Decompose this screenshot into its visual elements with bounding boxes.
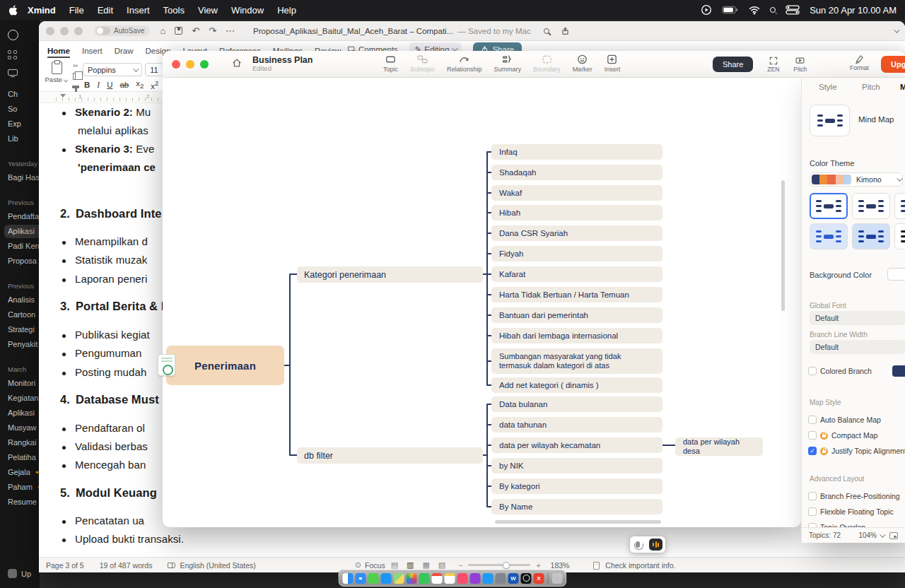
option-compact-map[interactable]: Compact Map	[808, 430, 877, 441]
settings-dock-icon[interactable]	[496, 573, 506, 584]
checkbox-icon[interactable]	[808, 492, 817, 500]
branch-node[interactable]: Kategori penerimaan	[297, 266, 483, 283]
undo-icon[interactable]: ↶	[192, 25, 199, 36]
search-icon[interactable]	[544, 28, 549, 34]
page-indicator[interactable]: Page 3 of 5	[46, 561, 84, 570]
sidebar-bottom-item[interactable]: Up	[8, 569, 31, 578]
chat-history-item[interactable]: Aplikasi	[8, 224, 40, 239]
proofing-icon[interactable]	[168, 563, 175, 568]
chat-history-item[interactable]: Kegiatan	[8, 391, 40, 406]
upgrade-button[interactable]: Upgrade	[881, 56, 905, 73]
option-flexible-floating-topic[interactable]: Flexible Floating Topic	[808, 506, 894, 517]
insert-tool[interactable]: Insert	[605, 53, 621, 73]
zoom-button[interactable]	[200, 60, 209, 69]
focus-button[interactable]: ⊙ Focus	[355, 560, 385, 570]
save-icon[interactable]	[175, 27, 182, 35]
calendar-dock-icon[interactable]	[432, 573, 443, 584]
strikethrough-button[interactable]: ab	[119, 81, 129, 89]
checkbox-icon[interactable]	[808, 367, 817, 375]
branch-color-swatch[interactable]	[892, 365, 905, 377]
panel-tab-pitch[interactable]: Pitch	[862, 83, 880, 91]
marker-tool[interactable]: Marker	[573, 53, 592, 73]
sidebar-nav-item[interactable]: Exp	[8, 117, 40, 131]
home-icon[interactable]	[231, 57, 243, 71]
menu-bar-clock[interactable]: Sun 20 Apr 10.00 AM	[810, 5, 897, 16]
important-notice[interactable]: Check important info.	[593, 561, 675, 570]
wifi-icon[interactable]	[749, 6, 760, 15]
word-dock-icon[interactable]: W	[508, 573, 519, 584]
relationship-tool[interactable]: Relationship	[447, 53, 482, 73]
tab-home[interactable]: Home	[47, 47, 70, 58]
topic-node[interactable]: data per wilayah desa	[675, 437, 763, 456]
dictation-widget[interactable]	[630, 536, 665, 553]
bold-button[interactable]: B	[84, 81, 90, 89]
spotlight-icon[interactable]	[770, 7, 776, 13]
mindmap-canvas[interactable]: PenerimaanKategori penerimaandb filterIn…	[163, 78, 801, 527]
vertical-scrollbar[interactable]	[781, 180, 785, 311]
minimize-button[interactable]	[60, 27, 69, 35]
finder-dock-icon[interactable]	[343, 573, 354, 584]
app-menu[interactable]: Xmind	[28, 5, 56, 16]
chat-history-item[interactable]: Cartoon	[8, 307, 40, 322]
maps-dock-icon[interactable]	[394, 573, 404, 584]
menu-edit[interactable]: Edit	[98, 5, 113, 16]
appstore-dock-icon[interactable]	[483, 573, 494, 584]
view-print-layout-icon[interactable]: ▥	[407, 560, 414, 570]
ribbon-collapse-icon[interactable]	[894, 27, 899, 33]
branch-node[interactable]: db filter	[297, 447, 483, 464]
redo-icon[interactable]: ↷	[209, 25, 216, 36]
topic-node[interactable]: Kafarat	[491, 266, 662, 282]
tab-insert[interactable]: Insert	[82, 47, 103, 58]
chat-history-item[interactable]: Rangkai	[8, 435, 40, 450]
chat-history-item[interactable]: Resume	[8, 495, 40, 510]
topic-node[interactable]: By Name	[491, 499, 662, 514]
underline-button[interactable]: U	[107, 81, 112, 89]
chat-history-item[interactable]: Musyaw	[8, 421, 40, 435]
theme-thumbnail[interactable]	[852, 223, 890, 249]
mail-dock-icon[interactable]	[381, 573, 392, 584]
chat-history-item[interactable]: Paham 🔸	[8, 480, 40, 495]
theme-thumbnail[interactable]	[894, 223, 905, 249]
view-web-layout-icon[interactable]: ▦	[422, 560, 429, 570]
zoom-slider[interactable]	[468, 564, 530, 566]
playback-icon[interactable]	[701, 4, 712, 16]
messages-dock-icon[interactable]	[368, 573, 379, 584]
checkbox-icon[interactable]	[808, 416, 817, 424]
sora-icon[interactable]	[8, 69, 18, 76]
chat-history-item[interactable]: Proposa	[8, 254, 40, 269]
autosave-toggle[interactable]: AutoSave	[94, 25, 150, 36]
option-justify-topic-alignment[interactable]: ✓Justify Topic Alignment	[808, 445, 905, 457]
menu-view[interactable]: View	[198, 5, 218, 16]
superscript-button[interactable]: x2	[151, 79, 158, 90]
share-button[interactable]: Share	[713, 57, 753, 72]
word-count[interactable]: 19 of 487 words	[100, 561, 153, 570]
overview-icon[interactable]	[889, 532, 898, 539]
close-button[interactable]	[46, 27, 54, 35]
home-icon[interactable]: ⌂	[160, 25, 165, 36]
theme-thumbnail[interactable]	[852, 193, 890, 219]
canvas-zoom-select[interactable]: 104%	[858, 531, 884, 539]
facetime-dock-icon[interactable]	[419, 573, 430, 584]
chat-history-item[interactable]: Pendafta	[8, 209, 40, 224]
topic-node[interactable]: Infaq	[491, 144, 662, 160]
chat-history-item[interactable]: Aplikasi	[8, 406, 40, 421]
structure-preview-card[interactable]	[810, 105, 850, 136]
zoom-in-button[interactable]: +	[536, 561, 540, 570]
format-painter-icon[interactable]	[72, 86, 79, 88]
view-outline-icon[interactable]: ▧	[438, 560, 445, 570]
menu-file[interactable]: File	[69, 5, 84, 16]
chat-history-item[interactable]: Gejala 🔸	[8, 465, 40, 480]
minimize-button[interactable]	[186, 60, 194, 69]
boundary-tool[interactable]: Boundary	[533, 53, 561, 73]
checkbox-icon[interactable]: ✓	[808, 447, 817, 455]
horizontal-scrollbar[interactable]	[495, 520, 661, 524]
font-family-select[interactable]: Poppins	[83, 63, 142, 76]
subscript-button[interactable]: x2	[136, 79, 144, 90]
panel-tab-style[interactable]: Style	[819, 83, 837, 91]
chatgpt-dock-icon[interactable]	[521, 573, 532, 584]
root-topic-node[interactable]: Penerimaan	[166, 346, 284, 385]
topic-node[interactable]: Harta Tidak Bertuan / Harta Temuan	[491, 287, 662, 302]
topic-node[interactable]: Hibah dari lembaga internasional	[491, 328, 662, 343]
cut-icon[interactable]: ✂	[73, 62, 78, 69]
checkbox-icon[interactable]	[808, 507, 817, 516]
